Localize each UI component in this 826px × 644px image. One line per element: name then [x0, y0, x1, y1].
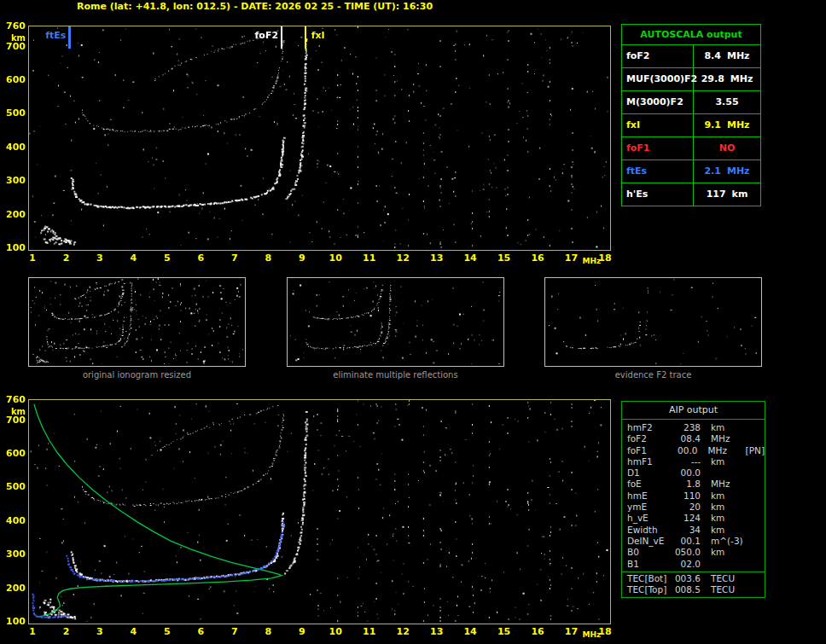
x-axis-tick: 9 — [299, 627, 305, 636]
autoscala-row-value: 117km — [694, 183, 760, 206]
aip-row-value: 20 — [672, 502, 701, 513]
x-axis-tick: 13 — [430, 627, 443, 636]
autoscala-row-value-number: 8.4 — [704, 45, 721, 67]
thumbnail-caption-reflections: eliminate multiple reflections — [287, 370, 504, 380]
autoscala-row-value: 29.8MHz — [694, 68, 760, 90]
y-axis-tick: 100 — [1, 617, 26, 626]
aip-row-unit: km — [711, 547, 748, 558]
marker-label-ftEs: ftEs — [45, 31, 66, 40]
x-axis-tick: 2 — [63, 253, 70, 263]
y-axis-tick: 300 — [1, 549, 26, 559]
y-axis-tick: 300 — [1, 176, 26, 185]
autoscala-window: Rome (lat: +41.8, lon: 012.5) - DATE: 20… — [0, 0, 826, 644]
ionogram-plot-top: ftEsfoF2fxI — [28, 26, 611, 251]
y-axis-tick: 600 — [1, 75, 26, 84]
aip-row-label: TEC[Bot] — [627, 573, 672, 584]
autoscala-row-label: fxI — [622, 114, 694, 136]
thumbnail-canvas-reflections — [288, 278, 502, 364]
aip-row-unit: TECU — [711, 584, 748, 595]
autoscala-row: fxI9.1MHz — [622, 114, 760, 137]
autoscala-row-value-number: 29.8 — [701, 68, 724, 90]
autoscala-row-label: foF1 — [622, 137, 694, 160]
x-axis-tick: 16 — [531, 253, 544, 263]
aip-row-value: 00.0 — [672, 467, 701, 479]
page-title: Rome (lat: +41.8, lon: 012.5) - DATE: 20… — [77, 1, 433, 12]
y-axis-tick: 600 — [1, 449, 26, 458]
autoscala-row-value-number: 2.1 — [704, 160, 721, 183]
thumbnail-evidence-f2 — [544, 277, 762, 367]
y-axis-tick: 760 — [1, 395, 26, 404]
marker-line-fxI — [305, 26, 306, 49]
x-axis-tick: 10 — [329, 253, 342, 263]
thumbnail-caption-f2: evidence F2 trace — [544, 370, 762, 380]
aip-row-value: --- — [672, 456, 701, 467]
x-axis-tick: 17 — [565, 627, 578, 636]
autoscala-row-value-unit: MHz — [727, 160, 750, 183]
aip-row-value: 00.1 — [672, 536, 701, 547]
aip-row-label: h_vE — [627, 513, 672, 524]
x-axis-tick: 10 — [329, 627, 342, 636]
aip-table-body: hmF2238kmfoF208.4MHzfoF100.0MHz[PN]hmF1-… — [622, 420, 765, 597]
autoscala-row: M(3000)F23.55 — [622, 91, 760, 114]
autoscala-row: MUF(3000)F229.8MHz — [622, 68, 760, 91]
y-axis-tick: 200 — [1, 583, 26, 593]
aip-output-table: AIP output hmF2238kmfoF208.4MHzfoF100.0M… — [621, 401, 765, 598]
aip-row-label: Ewidth — [627, 525, 672, 536]
aip-row-value: 34 — [672, 525, 701, 536]
thumbnail-original-ionogram — [28, 277, 246, 367]
autoscala-row: h'Es117km — [622, 183, 760, 206]
aip-row-label: foE — [627, 479, 672, 490]
aip-row-value: 238 — [672, 422, 701, 433]
aip-row: ymE20km — [622, 502, 765, 513]
aip-table-title: AIP output — [622, 402, 765, 420]
autoscala-row: foF1NO — [622, 137, 760, 160]
autoscala-row-value: 2.1MHz — [694, 160, 760, 183]
aip-row-value: 003.6 — [672, 573, 701, 584]
autoscala-row-value: 3.55 — [694, 91, 760, 113]
x-axis-tick: 5 — [164, 253, 171, 263]
autoscala-row-label: M(3000)F2 — [622, 91, 694, 113]
autoscala-row-value: 8.4MHz — [694, 45, 760, 67]
x-axis-tick: 11 — [363, 627, 375, 636]
aip-row-unit: km — [711, 525, 748, 536]
aip-row-label: B1 — [627, 559, 672, 570]
x-axis-tick: 9 — [299, 253, 305, 263]
aip-tec-separator — [622, 571, 765, 572]
aip-row: D100.0 — [622, 467, 765, 479]
y-axis-tick: 200 — [1, 210, 26, 219]
aip-row: h_vE124km — [622, 513, 765, 524]
autoscala-row-value-number: 3.55 — [715, 91, 738, 113]
aip-row-value: 08.4 — [672, 433, 701, 444]
thumbnail-caption-original: original ionogram resized — [28, 370, 246, 380]
thumbnail-eliminate-reflections — [287, 277, 504, 367]
marker-label-foF2: foF2 — [255, 31, 279, 40]
x-axis-tick: 16 — [531, 627, 544, 636]
aip-row-unit: km — [711, 456, 748, 467]
y-axis-tick: 400 — [1, 516, 26, 525]
aip-row: hmE110km — [622, 490, 765, 502]
y-axis-tick: 700 — [1, 42, 26, 51]
x-axis-tick: 14 — [463, 253, 476, 263]
y-axis-tick: 700 — [1, 415, 26, 425]
aip-row-unit: km — [711, 502, 748, 513]
aip-row-unit: MHz — [711, 433, 748, 444]
autoscala-row-label: ftEs — [622, 160, 694, 183]
aip-row-value: 124 — [672, 513, 701, 524]
autoscala-row-label: foF2 — [622, 45, 694, 67]
x-axis-tick: 13 — [430, 253, 443, 263]
x-axis-tick: 14 — [463, 627, 476, 636]
x-axis-tick: 7 — [231, 253, 238, 263]
marker-line-ftEs — [68, 26, 71, 49]
x-axis-tick: 7 — [231, 627, 238, 636]
autoscala-row-value-unit: km — [732, 183, 748, 206]
aip-row-label: DelN_vE — [627, 536, 672, 547]
y-axis-tick: 100 — [1, 243, 26, 252]
y-axis-tick: 500 — [1, 482, 26, 491]
autoscala-row-value: 9.1MHz — [694, 114, 760, 136]
aip-row-label: D1 — [627, 467, 672, 479]
marker-line-foF2 — [281, 26, 282, 49]
aip-row-value: 050.0 — [672, 547, 701, 558]
x-axis-tick: 17 — [565, 253, 578, 263]
autoscala-row-value-unit: MHz — [730, 68, 753, 90]
x-axis-tick: 3 — [96, 627, 103, 636]
